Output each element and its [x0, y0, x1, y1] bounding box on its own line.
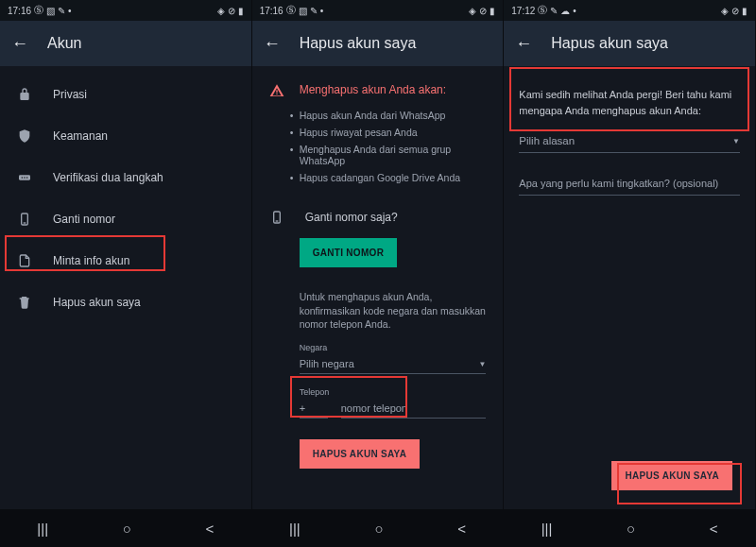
menu-item-security[interactable]: Keamanan [0, 115, 251, 157]
pin-icon [17, 170, 32, 185]
menu-label: Privasi [53, 88, 87, 101]
battery-icon: ▮ [238, 6, 244, 16]
change-number-button[interactable]: GANTI NOMOR [300, 238, 398, 267]
screen-delete-form: 17:16 Ⓢ ▧ ✎ • ◈ ⊘ ▮ ← Hapus akun saya Me… [252, 0, 505, 547]
page-title: Hapus akun saya [551, 35, 668, 52]
trash-icon [17, 295, 32, 310]
change-number-row: Ganti nomor saja? [252, 189, 504, 238]
edit-icon: ✎ [550, 6, 558, 16]
confirm-instruction: Untuk menghapus akun Anda, konfirmasikan… [252, 267, 504, 335]
wifi-icon: ◈ [217, 6, 225, 16]
home-icon[interactable]: ○ [374, 521, 383, 537]
phone-swap-icon [17, 212, 32, 227]
back-icon[interactable]: < [206, 521, 215, 537]
status-time: 17:12 [511, 6, 535, 16]
battery-icon: ▮ [742, 6, 747, 16]
lock-icon [17, 87, 32, 102]
page-title: Akun [47, 35, 81, 52]
recents-icon[interactable]: ||| [541, 521, 553, 537]
country-select[interactable]: Pilih negara ▼ [300, 354, 487, 374]
no-sim-icon: ⊘ [731, 6, 739, 16]
back-arrow-icon[interactable]: ← [11, 34, 28, 54]
menu-item-privacy[interactable]: Privasi [0, 74, 251, 115]
delete-form-content: Menghapus akun Anda akan: Hapus akun And… [252, 66, 504, 509]
country-label: Negara [252, 335, 504, 354]
warning-icon [269, 83, 284, 98]
menu-label: Hapus akun saya [53, 296, 141, 309]
nav-bar: ||| ○ < [0, 509, 251, 547]
skype-icon: Ⓢ [538, 4, 547, 17]
dot-icon: • [320, 6, 324, 16]
reason-select[interactable]: Pilih alasan ▼ [519, 129, 740, 153]
back-icon[interactable]: < [710, 521, 718, 537]
nav-bar: ||| ○ < [252, 509, 504, 547]
no-sim-icon: ⊘ [228, 6, 235, 16]
menu-label: Verifikasi dua langkah [53, 171, 163, 184]
bullet-item: Hapus akun Anda dari WhatsApp [300, 110, 487, 121]
bullet-item: Hapus cadangan Google Drive Anda [300, 172, 487, 183]
svg-point-1 [22, 177, 24, 179]
highlight-reason-area [509, 67, 749, 131]
back-icon[interactable]: < [457, 521, 466, 537]
nav-bar: ||| ○ < [504, 509, 755, 547]
bullet-item: Hapus riwayat pesan Anda [300, 127, 487, 138]
svg-point-2 [24, 177, 26, 179]
menu-item-delete-account[interactable]: Hapus akun saya [0, 282, 251, 323]
dropdown-caret-icon: ▼ [732, 137, 740, 145]
status-time: 17:16 [260, 6, 284, 16]
reason-content: Kami sedih melihat Anda pergi! Beri tahu… [504, 66, 755, 509]
wifi-icon: ◈ [721, 6, 729, 16]
highlight-delete-menu [5, 235, 165, 271]
menu-label: Ganti nomor [53, 213, 115, 226]
wifi-icon: ◈ [469, 6, 476, 16]
warning-title: Menghapus akun Anda akan: [300, 83, 446, 96]
screen-reason: 17:12 Ⓢ ✎ ☁ • ◈ ⊘ ▮ ← Hapus akun saya Ka… [504, 0, 756, 547]
status-bar: 17:12 Ⓢ ✎ ☁ • ◈ ⊘ ▮ [504, 0, 755, 21]
highlight-delete-button [290, 376, 407, 418]
chat-icon: ☁ [560, 6, 570, 16]
country-placeholder: Pilih negara [300, 358, 354, 369]
battery-icon: ▮ [490, 6, 495, 16]
menu-label: Keamanan [53, 129, 108, 143]
consequence-list: Hapus akun Anda dari WhatsApp Hapus riwa… [252, 110, 504, 183]
phone-swap-icon [269, 210, 284, 225]
change-number-question: Ganti nomor saja? [305, 211, 398, 224]
recents-icon[interactable]: ||| [289, 521, 301, 537]
app-bar: ← Hapus akun saya [504, 21, 755, 66]
status-time: 17:16 [8, 6, 31, 16]
skype-icon: Ⓢ [34, 4, 43, 17]
feedback-placeholder: Apa yang perlu kami tingkatkan? (opsiona… [519, 178, 718, 189]
status-bar: 17:16 Ⓢ ▧ ✎ • ◈ ⊘ ▮ [0, 0, 251, 21]
dot-icon: • [573, 6, 576, 16]
warning-row: Menghapus akun Anda akan: [252, 74, 504, 104]
home-icon[interactable]: ○ [123, 521, 131, 537]
reason-placeholder: Pilih alasan [519, 135, 575, 146]
no-sim-icon: ⊘ [479, 6, 487, 16]
home-icon[interactable]: ○ [627, 521, 635, 537]
edit-icon: ✎ [310, 6, 318, 16]
feedback-input[interactable]: Apa yang perlu kami tingkatkan? (opsiona… [519, 174, 740, 196]
delete-account-button[interactable]: HAPUS AKUN SAYA [300, 439, 421, 469]
image-icon: ▧ [46, 6, 55, 16]
back-arrow-icon[interactable]: ← [264, 34, 281, 54]
bullet-item: Menghapus Anda dari semua grup WhatsApp [300, 144, 487, 166]
menu-item-two-step[interactable]: Verifikasi dua langkah [0, 157, 251, 198]
shield-icon [17, 128, 32, 144]
app-bar: ← Hapus akun saya [252, 21, 504, 66]
skype-icon: Ⓢ [286, 4, 296, 17]
highlight-delete-button [617, 463, 742, 504]
screen-account: 17:16 Ⓢ ▧ ✎ • ◈ ⊘ ▮ ← Akun Privasi Keama… [0, 0, 252, 547]
status-bar: 17:16 Ⓢ ▧ ✎ • ◈ ⊘ ▮ [252, 0, 504, 21]
image-icon: ▧ [299, 6, 307, 16]
menu-list: Privasi Keamanan Verifikasi dua langkah … [0, 66, 251, 509]
edit-icon: ✎ [58, 6, 65, 16]
svg-point-3 [26, 177, 28, 179]
app-bar: ← Akun [0, 21, 251, 66]
page-title: Hapus akun saya [300, 35, 417, 52]
recents-icon[interactable]: ||| [37, 521, 48, 537]
dot-icon: • [68, 6, 72, 16]
back-arrow-icon[interactable]: ← [515, 34, 532, 54]
menu-item-change-number[interactable]: Ganti nomor [0, 198, 251, 240]
dropdown-caret-icon: ▼ [478, 360, 486, 368]
